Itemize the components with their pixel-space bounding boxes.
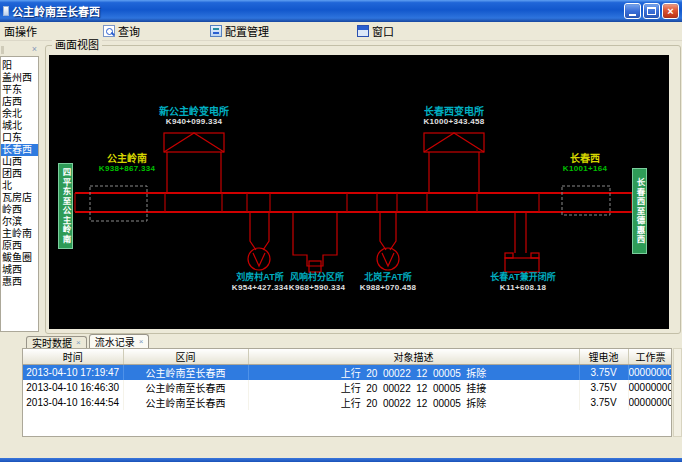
sidebar-item[interactable]: 城西 — [1, 264, 38, 276]
menu-config-management[interactable]: 配置管理 — [207, 22, 272, 40]
close-icon: × — [667, 6, 673, 17]
at-switch-symbol — [505, 212, 539, 272]
table-row[interactable]: 2013-04-10 16:46:30 公主岭南至长春西 上行 20 00022… — [23, 380, 672, 395]
cell-battery: 3.75V — [579, 365, 628, 381]
column-header-section[interactable]: 区间 — [123, 349, 248, 365]
at-post-1-name: 刘房村AT所 — [236, 273, 283, 283]
table-header-row: 时间 区间 对象描述 锂电池 工作票 — [23, 349, 672, 365]
table-row[interactable]: 2013-04-10 16:44:54 公主岭南至长春西 上行 20 00022… — [23, 395, 672, 410]
table-row[interactable]: 2013-04-10 17:19:47 公主岭南至长春西 上行 20 00022… — [23, 365, 672, 381]
menu-window[interactable]: 窗口 — [354, 22, 397, 40]
substation-2-km: K1000+343.458 — [423, 118, 484, 127]
station-list: 阳盖州西平东店西余北城北口东长春西山西团西北瓦房店岭西尔滨主岭南原西鲅鱼圈城西惠… — [0, 56, 39, 332]
sidebar-item[interactable]: 店西 — [1, 96, 38, 108]
sidebar-item[interactable]: 北 — [1, 180, 38, 192]
sidebar-item[interactable]: 山西 — [1, 156, 38, 168]
close-button[interactable]: × — [662, 3, 679, 19]
at-symbol-2 — [377, 212, 399, 270]
substation-symbol-1 — [164, 133, 224, 193]
station-left-name: 公主岭南 — [107, 153, 147, 164]
panel-title: 画面视图 — [52, 39, 102, 51]
menu-query[interactable]: 查询 — [100, 22, 143, 40]
cell-section: 公主岭南至长春西 — [123, 395, 248, 410]
substation-1-name: 新公主岭变电所 — [159, 106, 229, 117]
cell-ticket: 0000000038 — [628, 365, 672, 381]
sidebar-close-icon[interactable]: × — [32, 43, 37, 55]
sidebar-item[interactable]: 瓦房店 — [1, 192, 38, 204]
cell-description: 上行 20 00022 12 00005 拆除 — [248, 395, 579, 410]
sidebar-item[interactable]: 盖州西 — [1, 72, 38, 84]
bottom-tabs: 实时数据 × 流水记录 × — [20, 335, 682, 348]
sidebar-item[interactable]: 团西 — [1, 168, 38, 180]
config-icon — [210, 25, 222, 37]
at-post-2-name: 风响村分区所 — [290, 273, 344, 283]
menu-window-label: 窗口 — [372, 23, 394, 39]
sidebar-item[interactable]: 平东 — [1, 84, 38, 96]
substation-2-name: 长春西变电所 — [424, 106, 484, 117]
sidebar-item[interactable]: 长春西 — [1, 144, 38, 156]
cell-ticket: 0000000038 — [628, 380, 672, 395]
column-header-description[interactable]: 对象描述 — [248, 349, 579, 365]
cell-time: 2013-04-10 16:44:54 — [23, 395, 123, 410]
cell-ticket: 0000000038 — [628, 395, 672, 410]
station-left-km: K938+867.334 — [99, 165, 155, 174]
cell-time: 2013-04-10 16:46:30 — [23, 380, 123, 395]
toolbar: 面操作 查询 配置管理 窗口 — [0, 22, 682, 41]
titlebar: 公主岭南至长春西 × — [0, 0, 682, 22]
cell-section: 公主岭南至长春西 — [123, 365, 248, 381]
records-table: 时间 区间 对象描述 锂电池 工作票 2013-04-10 17:19:47 公… — [23, 349, 672, 410]
station-right-km: K1001+164 — [563, 165, 607, 174]
cell-time: 2013-04-10 17:19:47 — [23, 365, 123, 381]
tab-realtime-data[interactable]: 实时数据 × — [26, 336, 87, 348]
cell-battery: 3.75V — [579, 395, 628, 410]
view-panel: 画面视图 — [45, 45, 681, 334]
diagram-canvas: 新公主岭变电所 K940+099.334 长春西变电所 K1000+343.45… — [49, 55, 669, 329]
app-window: 公主岭南至长春西 × 面操作 查询 配置管理 窗口 × 阳盖州 — [0, 0, 682, 462]
cell-section: 公主岭南至长春西 — [123, 380, 248, 395]
menu-screen-operations[interactable]: 面操作 — [1, 22, 40, 40]
column-header-time[interactable]: 时间 — [23, 349, 123, 365]
cell-description: 上行 20 00022 12 00005 挂接 — [248, 380, 579, 395]
records-panel: 实时数据 × 流水记录 × 时间 区间 对象描述 锂电池 — [20, 335, 682, 437]
sidebar-item[interactable]: 余北 — [1, 108, 38, 120]
menu-config-label: 配置管理 — [225, 23, 269, 39]
at-post-4-km: K11+608.18 — [500, 284, 546, 293]
sidebar-item[interactable]: 阳 — [1, 60, 38, 72]
records-table-container: 时间 区间 对象描述 锂电池 工作票 2013-04-10 17:19:47 公… — [22, 348, 672, 437]
table-scrollbar[interactable] — [673, 348, 682, 437]
at-symbol-1 — [248, 212, 270, 270]
maximize-button[interactable] — [643, 3, 660, 19]
at-post-4-name: 长春AT兼开闭所 — [490, 273, 555, 283]
sidebar-item[interactable]: 尔滨 — [1, 216, 38, 228]
app-icon — [3, 6, 9, 16]
sidebar-item[interactable]: 鲅鱼圈 — [1, 252, 38, 264]
menu-screen-operations-label: 面操作 — [4, 23, 37, 39]
catenary-lines — [75, 193, 632, 212]
column-header-ticket[interactable]: 工作票 — [628, 349, 672, 365]
cell-description: 上行 20 00022 12 00005 拆除 — [248, 365, 579, 381]
sidebar-item[interactable]: 主岭南 — [1, 228, 38, 240]
sidebar-item[interactable]: 岭西 — [1, 204, 38, 216]
sidebar-header: × — [0, 44, 40, 56]
sidebar-item[interactable]: 原西 — [1, 240, 38, 252]
sidebar-item[interactable]: 惠西 — [1, 276, 38, 288]
tab-close-icon[interactable]: × — [139, 338, 144, 346]
at-post-3-km: K988+070.458 — [360, 284, 416, 293]
link-box-right: 长春西至德惠西 — [632, 168, 647, 254]
minimize-button[interactable] — [624, 3, 641, 19]
tab-flow-label: 流水记录 — [95, 334, 135, 349]
at-post-1-km: K954+427.334 — [232, 284, 288, 293]
menu-query-label: 查询 — [118, 23, 140, 39]
station-right-name: 长春西 — [570, 153, 600, 164]
sidebar-item[interactable]: 城北 — [1, 120, 38, 132]
sidebar-grip — [1, 46, 4, 54]
column-header-battery[interactable]: 锂电池 — [579, 349, 628, 365]
tab-flow-records[interactable]: 流水记录 × — [89, 334, 150, 348]
at-post-2-km: K968+590.334 — [289, 284, 345, 293]
maximize-icon — [647, 7, 656, 15]
at-post-3-name: 北岗子AT所 — [364, 273, 411, 283]
tab-close-icon[interactable]: × — [76, 339, 81, 347]
minimize-icon — [629, 14, 636, 16]
cell-battery: 3.75V — [579, 380, 628, 395]
sidebar-item[interactable]: 口东 — [1, 132, 38, 144]
